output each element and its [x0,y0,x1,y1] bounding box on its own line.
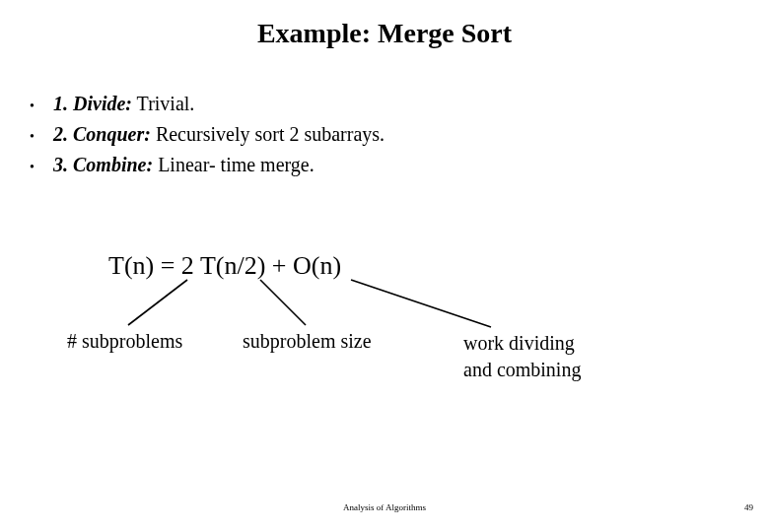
bullet-rest: Trivial. [132,93,194,114]
bullet-text: 2. Conquer: Recursively sort 2 subarrays… [53,119,384,150]
bullet-label: 3. Combine: [53,154,153,175]
bullet-rest: Linear- time merge. [153,154,315,175]
label-work: work dividing and combining [463,330,581,383]
bullet-label: 2. Conquer: [53,123,151,145]
svg-line-2 [351,280,491,327]
page-number: 49 [744,502,753,512]
bullet-marker: • [30,157,53,178]
bullet-marker: • [30,126,53,148]
footer-text: Analysis of Algorithms [0,502,769,512]
recurrence-formula: T(n) = 2 T(n/2) + O(n) [108,251,341,281]
label-subproblems: # subproblems [67,330,182,353]
bullet-marker: • [30,96,53,117]
bullet-list: • 1. Divide: Trivial. • 2. Conquer: Recu… [30,89,769,180]
label-work-line1: work dividing [463,332,575,354]
label-subproblem-size: subproblem size [243,330,372,353]
svg-line-0 [128,280,187,325]
svg-line-1 [260,280,306,325]
bullet-item: • 3. Combine: Linear- time merge. [30,150,769,180]
bullet-item: • 1. Divide: Trivial. [30,89,769,119]
bullet-item: • 2. Conquer: Recursively sort 2 subarra… [30,119,769,150]
bullet-text: 3. Combine: Linear- time merge. [53,150,315,180]
label-work-line2: and combining [463,359,581,380]
bullet-rest: Recursively sort 2 subarrays. [151,123,384,145]
bullet-label: 1. Divide: [53,93,132,114]
bullet-text: 1. Divide: Trivial. [53,89,194,119]
slide-title: Example: Merge Sort [0,18,769,49]
